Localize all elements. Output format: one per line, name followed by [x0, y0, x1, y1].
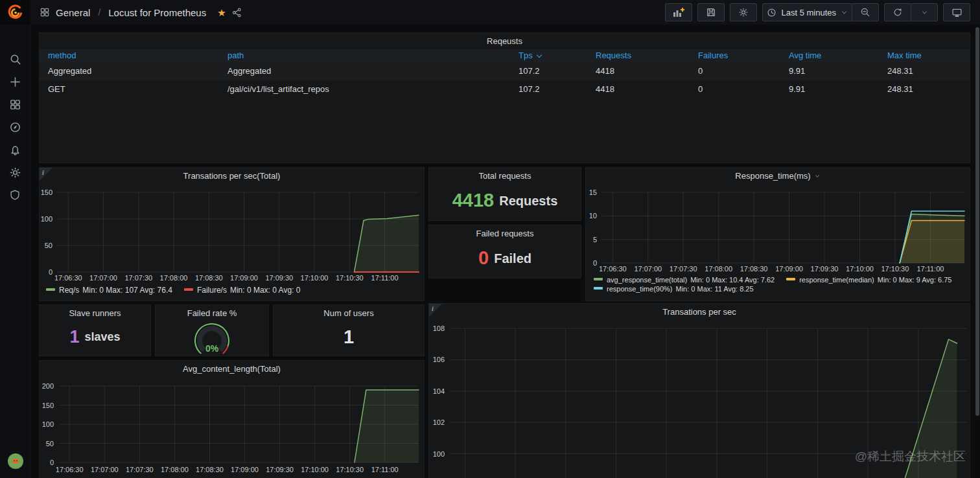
legend-item[interactable]: response_time(90%)Min: 0 Max: 11 Avg: 8.…: [594, 285, 754, 293]
breadcrumb-folder[interactable]: General: [56, 7, 90, 18]
series-name: Failure/s: [197, 286, 227, 295]
refresh-interval-dropdown[interactable]: [911, 3, 938, 21]
tps-chart[interactable]: 100102104106108: [429, 304, 971, 478]
sidebar-item-explore[interactable]: [8, 120, 21, 133]
svg-text:50: 50: [45, 242, 52, 249]
panel-requests-table: Reqeusts methodpathTpsRequestsFailuresAv…: [39, 32, 970, 163]
svg-text:17:06:30: 17:06:30: [56, 466, 84, 473]
table-row: AggregatedAggregated107.2441809.91248.31: [40, 62, 970, 80]
panel-info-corner[interactable]: i: [40, 168, 52, 181]
panel-info-corner[interactable]: i: [429, 304, 442, 317]
svg-text:17:09:30: 17:09:30: [266, 466, 294, 473]
dashboard-settings-button[interactable]: [730, 3, 757, 21]
table-cell: /gal/ci/v1/list_artifact_repos: [219, 80, 510, 98]
panel-title[interactable]: Response_time(ms): [586, 171, 970, 181]
panel-title[interactable]: Slave runners: [69, 308, 121, 318]
chevron-down-icon: [841, 9, 848, 16]
stat-value: 0: [478, 249, 489, 267]
search-icon: [9, 53, 21, 65]
legend-item[interactable]: avg_response_time(total)Min: 0 Max: 10.4…: [594, 276, 775, 284]
table-header-cell[interactable]: Avg time: [780, 49, 879, 62]
dashboard-title[interactable]: Locust for Prometheus: [108, 7, 206, 18]
panel-title[interactable]: Failed requests: [476, 229, 534, 238]
legend-item[interactable]: Failure/sMin: 0 Max: 0 Avg: 0: [184, 286, 301, 295]
panel-total-requests: Total requests 4418 Requests: [428, 167, 581, 221]
panel-title[interactable]: Num of users: [323, 308, 373, 318]
panel-title[interactable]: Avg_content_length(Total): [40, 364, 424, 374]
stat-value: 1: [69, 328, 79, 346]
refresh-button[interactable]: [884, 3, 911, 21]
sidebar-item-alerting[interactable]: [8, 143, 21, 156]
add-panel-button[interactable]: [665, 3, 692, 21]
panel-title[interactable]: Reqeusts: [40, 36, 970, 46]
grafana-logo[interactable]: [0, 0, 30, 25]
table-header-cell[interactable]: method: [40, 49, 219, 62]
series-name: Req/s: [59, 286, 79, 295]
failed-rate-gauge: 0%: [183, 319, 241, 355]
dashboards-grid-icon: [9, 98, 21, 111]
gauge-value: 0%: [205, 343, 219, 354]
table-cell: 4418: [587, 62, 690, 80]
save-dashboard-button[interactable]: [697, 3, 725, 21]
clock-icon: [767, 8, 776, 17]
panel-tps: i Transations per sec 100102104106108: [428, 303, 970, 478]
gauge: 0%: [183, 318, 241, 356]
svg-text:15: 15: [589, 188, 597, 196]
share-icon[interactable]: [232, 8, 242, 17]
table-row: GET/gal/ci/v1/list_artifact_repos107.244…: [40, 80, 970, 98]
table-header-cell[interactable]: Max time: [879, 49, 970, 62]
table-cell: 9.91: [780, 80, 879, 98]
svg-text:100: 100: [42, 420, 54, 428]
sidebar-user[interactable]: [0, 453, 30, 469]
panel-failed-requests: Failed requests 0 Failed: [428, 225, 581, 279]
cycle-view-button[interactable]: [943, 3, 970, 21]
series-stats: Min: 0 Max: 10.4 Avg: 7.62: [690, 276, 775, 284]
svg-text:150: 150: [42, 402, 54, 409]
stat-value-line: 0 Failed: [478, 238, 531, 278]
legend-item[interactable]: response_time(median)Min: 0 Max: 9 Avg: …: [786, 276, 951, 284]
avg-content-length-chart[interactable]: 17:06:3017:07:0017:07:3017:08:0017:08:30…: [40, 361, 425, 478]
tps-total-chart[interactable]: 17:06:3017:07:0017:07:3017:08:0017:08:30…: [40, 168, 425, 284]
sidebar-item-configuration[interactable]: [8, 166, 21, 179]
svg-text:0: 0: [593, 259, 597, 267]
stat-value-line: 1 slaves: [69, 318, 120, 356]
time-range-picker[interactable]: Last 5 minutes: [762, 3, 852, 21]
vertical-scrollbar[interactable]: [975, 27, 979, 416]
sidebar-item-server-admin[interactable]: [8, 188, 21, 201]
stat-suffix: Requests: [499, 194, 557, 207]
sidebar-item-search[interactable]: [8, 52, 21, 65]
svg-text:17:10:30: 17:10:30: [336, 466, 364, 473]
sidebar-item-dashboards[interactable]: [8, 98, 21, 111]
panel-title[interactable]: Total requests: [479, 171, 531, 181]
panel-title[interactable]: Failed rate %: [187, 308, 237, 318]
series-name: response_time(90%): [607, 285, 673, 293]
chart-legend: avg_response_time(total)Min: 0 Max: 10.4…: [594, 276, 951, 293]
refresh-icon: [892, 7, 903, 17]
table-header-cell[interactable]: Failures: [690, 49, 780, 62]
table-header-cell[interactable]: Requests: [587, 49, 690, 62]
panel-title[interactable]: Transations per sec: [429, 307, 970, 317]
stat-suffix: slaves: [84, 331, 120, 343]
avatar: [8, 453, 23, 469]
svg-text:17:11:00: 17:11:00: [371, 274, 399, 282]
svg-text:17:07:00: 17:07:00: [634, 265, 662, 273]
panel-title[interactable]: Transations per sec(Total): [40, 171, 424, 181]
response-time-chart[interactable]: 17:06:3017:07:0017:07:3017:08:0017:08:30…: [586, 168, 971, 274]
svg-text:106: 106: [433, 356, 445, 363]
save-icon: [706, 7, 716, 17]
table-header-cell[interactable]: Tps: [510, 49, 587, 62]
table-header-cell[interactable]: path: [219, 49, 510, 62]
plus-icon: [9, 76, 21, 88]
series-color-swatch: [594, 278, 603, 280]
breadcrumb-separator: /: [96, 7, 102, 17]
zoom-out-time-button[interactable]: [852, 3, 879, 21]
svg-text:100: 100: [41, 215, 52, 223]
stat-value: 1: [344, 328, 354, 347]
time-range-label: Last 5 minutes: [781, 8, 836, 17]
svg-text:17:10:00: 17:10:00: [301, 466, 329, 473]
favorite-star-icon[interactable]: ★: [217, 8, 226, 17]
svg-text:i: i: [432, 305, 434, 312]
legend-item[interactable]: Req/sMin: 0 Max: 107 Avg: 76.4: [46, 286, 172, 295]
panel-response-time: Response_time(ms) 17:06:3017:07:0017:07:…: [585, 167, 970, 301]
sidebar-item-create[interactable]: [8, 75, 21, 88]
